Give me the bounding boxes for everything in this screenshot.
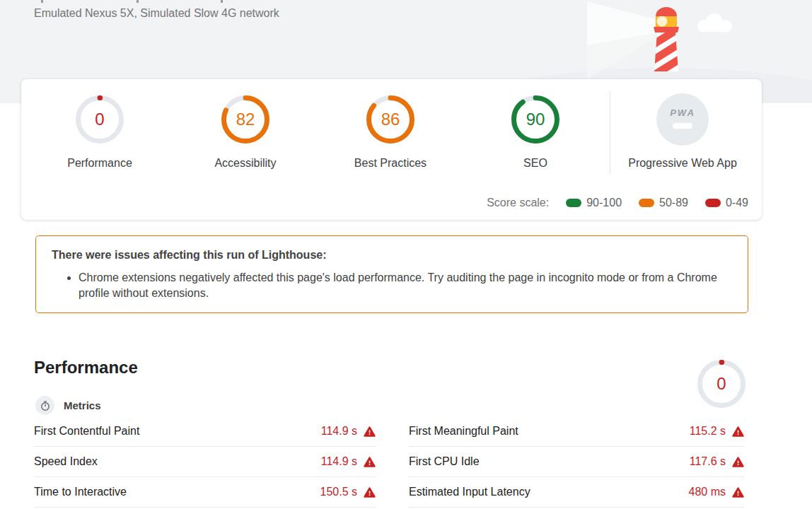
performance-score-gauge: 0 bbox=[74, 93, 126, 146]
device-network-info: Emulated Nexus 5X, Simulated Slow 4G net… bbox=[34, 7, 279, 20]
run-warnings-title: There were issues affecting this run of … bbox=[52, 249, 327, 262]
metric-value: 115.2 s bbox=[690, 425, 726, 438]
seo-score-label: SEO bbox=[465, 157, 606, 170]
stopwatch-icon bbox=[35, 396, 54, 415]
metric-row-speed-index: Speed Index 114.9 s bbox=[34, 447, 376, 477]
metric-label: Estimated Input Latency bbox=[409, 486, 530, 498]
category-performance[interactable]: 0 Performance bbox=[29, 93, 170, 170]
category-seo[interactable]: 90 SEO bbox=[465, 93, 606, 170]
performance-section-score-value: 0 bbox=[695, 358, 748, 410]
warning-triangle-icon bbox=[364, 426, 376, 437]
warning-triangle-icon bbox=[364, 457, 376, 467]
scale-range-average: 50-89 bbox=[639, 197, 688, 209]
metric-row-first-meaningful-paint: First Meaningful Paint 115.2 s bbox=[409, 416, 744, 447]
performance-score-value: 0 bbox=[74, 93, 126, 146]
pwa-badge-dash bbox=[673, 123, 692, 129]
average-range-label: 50-89 bbox=[659, 197, 688, 209]
metric-value: 150.5 s bbox=[320, 486, 357, 498]
seo-score-value: 90 bbox=[509, 93, 562, 146]
metric-value: 114.9 s bbox=[321, 425, 357, 438]
pwa-badge-text: PWA bbox=[656, 107, 709, 118]
score-scale-legend: Score scale: 90-100 50-89 0-49 bbox=[487, 197, 748, 209]
best-practices-score-gauge: 86 bbox=[364, 93, 417, 146]
metric-label: Speed Index bbox=[34, 455, 98, 468]
category-pwa[interactable]: PWA Progressive Web App bbox=[612, 93, 753, 170]
warning-triangle-icon bbox=[364, 487, 376, 498]
metric-row-time-to-interactive: Time to Interactive 150.5 s bbox=[34, 477, 376, 508]
metrics-column-right: First Meaningful Paint 115.2 s First CPU… bbox=[409, 416, 744, 508]
metric-label: First Meaningful Paint bbox=[409, 425, 518, 438]
best-practices-score-value: 86 bbox=[364, 93, 417, 146]
metric-value: 480 ms bbox=[689, 486, 726, 498]
clipped-text-remnant bbox=[137, 0, 139, 3]
pwa-score-label: Progressive Web App bbox=[612, 157, 753, 170]
clipped-text-remnant bbox=[41, 0, 43, 3]
scale-range-pass: 90-100 bbox=[566, 197, 622, 209]
run-warnings-list: Chrome extensions negatively affected th… bbox=[66, 270, 733, 301]
metric-value: 117.6 s bbox=[690, 455, 726, 468]
fail-pill-icon bbox=[705, 199, 721, 207]
metric-label: Time to Interactive bbox=[34, 486, 127, 498]
performance-score-label: Performance bbox=[29, 157, 170, 170]
warning-triangle-icon bbox=[732, 487, 744, 498]
category-accessibility[interactable]: 82 Accessibility bbox=[175, 93, 316, 170]
metric-label: First CPU Idle bbox=[409, 455, 480, 468]
cloud-icon bbox=[697, 13, 732, 33]
metric-label: First Contentful Paint bbox=[34, 425, 139, 438]
scale-range-fail: 0-49 bbox=[705, 197, 748, 209]
performance-section-gauge: 0 bbox=[695, 358, 748, 410]
accessibility-score-value: 82 bbox=[219, 93, 272, 146]
accessibility-score-gauge: 82 bbox=[219, 93, 272, 146]
metric-row-first-cpu-idle: First CPU Idle 117.6 s bbox=[409, 447, 744, 477]
clipped-text-remnant bbox=[221, 0, 223, 3]
metric-row-estimated-input-latency: Estimated Input Latency 480 ms bbox=[409, 477, 744, 508]
pwa-badge: PWA bbox=[656, 93, 709, 146]
score-summary-card: 0 Performance 82 Accessibility 86 Best P… bbox=[21, 79, 762, 220]
metric-value: 114.9 s bbox=[321, 455, 357, 468]
warning-triangle-icon bbox=[732, 457, 744, 467]
seo-score-gauge: 90 bbox=[509, 93, 562, 146]
run-warnings-box: There were issues affecting this run of … bbox=[35, 235, 748, 313]
metric-row-first-contentful-paint: First Contentful Paint 114.9 s bbox=[34, 416, 376, 447]
metrics-column-left: First Contentful Paint 114.9 s Speed Ind… bbox=[34, 416, 376, 508]
average-pill-icon bbox=[639, 199, 654, 207]
fail-range-label: 0-49 bbox=[726, 197, 748, 209]
warning-triangle-icon bbox=[732, 426, 744, 437]
score-scale-caption: Score scale: bbox=[487, 197, 549, 209]
performance-section-title: Performance bbox=[34, 358, 138, 378]
accessibility-score-label: Accessibility bbox=[175, 157, 316, 170]
pass-pill-icon bbox=[566, 199, 581, 207]
run-warning-item: Chrome extensions negatively affected th… bbox=[79, 270, 733, 301]
best-practices-score-label: Best Practices bbox=[320, 157, 461, 170]
category-divider bbox=[610, 92, 610, 174]
category-best-practices[interactable]: 86 Best Practices bbox=[320, 93, 461, 170]
metrics-subsection-label: Metrics bbox=[64, 399, 101, 411]
pass-range-label: 90-100 bbox=[586, 197, 622, 209]
metrics-subsection-header: Metrics bbox=[35, 396, 101, 415]
